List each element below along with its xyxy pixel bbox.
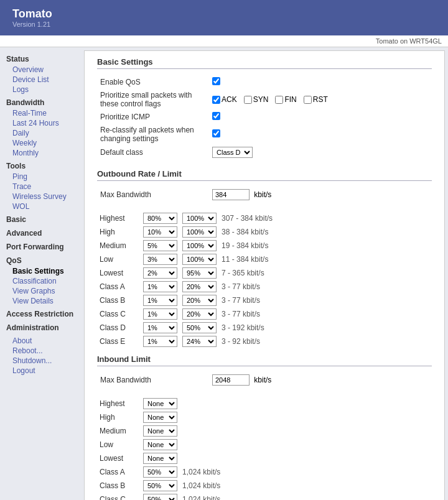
outbound-pct1-select[interactable]: 1%2%3%5%8%10%15%20%25%30%40%50%60%70%80%…	[143, 267, 177, 279]
inbound-bandwidth-unit: kbit/s	[254, 376, 271, 384]
inbound-row: HighestNone1%2%3%5%10%20%25%30%40%50%60%…	[97, 397, 223, 410]
outbound-rate-table: Highest1%2%3%5%8%10%15%20%25%30%40%50%60…	[97, 211, 275, 348]
enable-qos-checkbox[interactable]	[212, 77, 220, 85]
inbound-rate-info	[180, 424, 223, 438]
outbound-pct1-select[interactable]: 1%2%3%5%8%10%15%20%25%30%40%50%60%70%80%…	[143, 240, 177, 251]
sidebar-item-view-details[interactable]: View Details	[0, 296, 81, 306]
outbound-pct1-select[interactable]: 1%2%3%5%8%10%15%20%25%30%40%50%60%70%80%…	[143, 254, 177, 265]
inbound-row: LowNone1%2%3%5%10%20%25%30%40%50%60%70%8…	[97, 438, 223, 451]
inbound-rate-info	[180, 410, 223, 424]
inbound-pct1-select[interactable]: None1%2%3%5%10%20%25%30%40%50%60%70%80%9…	[143, 453, 177, 464]
app-title: Tomato	[12, 7, 436, 21]
outbound-pct2-select[interactable]: 1%2%3%5%8%10%15%20%24%25%30%40%50%60%70%…	[182, 336, 217, 347]
outbound-pct2-select[interactable]: 1%2%3%5%8%10%15%20%24%25%30%40%50%60%70%…	[182, 226, 217, 238]
sidebar-item-view-graphs[interactable]: View Graphs	[0, 286, 81, 296]
flag-rst-label: RST	[313, 95, 328, 104]
inbound-pct1-select[interactable]: None1%2%3%5%10%20%25%30%40%50%60%70%80%9…	[143, 439, 177, 450]
sidebar-item-basic-settings[interactable]: Basic Settings	[0, 266, 81, 276]
outbound-row: Class A1%2%3%5%8%10%15%20%25%30%40%50%60…	[97, 280, 275, 294]
sidebar-item-wireless-survey[interactable]: Wireless Survey	[0, 192, 81, 201]
default-class-label: Default class	[97, 145, 209, 160]
sidebar-item-classification[interactable]: Classification	[0, 276, 81, 286]
sidebar-item-about[interactable]: About	[0, 336, 81, 346]
outbound-row: Low1%2%3%5%8%10%15%20%25%30%40%50%60%70%…	[97, 252, 275, 266]
sidebar-item-wol[interactable]: WOL	[0, 201, 81, 211]
sidebar-item-overview[interactable]: Overview	[0, 65, 81, 75]
inbound-row-label: Class B	[97, 479, 141, 493]
sidebar-item-monthly[interactable]: Monthly	[0, 148, 81, 158]
outbound-row-label: Class A	[97, 280, 141, 294]
inbound-rate-info	[180, 451, 223, 465]
outbound-pct2-select[interactable]: 1%2%3%5%8%10%15%20%24%25%30%40%50%60%70%…	[182, 254, 217, 265]
inbound-rate-info: 1,024 kbit/s	[180, 465, 223, 479]
inbound-rate-table: HighestNone1%2%3%5%10%20%25%30%40%50%60%…	[97, 397, 223, 500]
sidebar-item-shutdown---[interactable]: Shutdown...	[0, 356, 81, 366]
inbound-pct1-select[interactable]: None1%2%3%5%10%20%25%30%40%50%60%70%80%9…	[143, 398, 177, 409]
outbound-pct1-select[interactable]: 1%2%3%5%8%10%15%20%25%30%40%50%60%70%80%…	[143, 213, 177, 224]
inbound-pct1-select[interactable]: None1%2%3%5%10%20%25%30%40%50%60%70%80%9…	[143, 480, 177, 491]
reclassify-checkbox[interactable]	[212, 129, 220, 137]
outbound-pct2-select[interactable]: 1%2%3%5%8%10%15%20%24%25%30%40%50%60%70%…	[182, 213, 217, 224]
outbound-rate-info: 3 - 77 kbit/s	[219, 307, 275, 321]
outbound-row-label: High	[97, 225, 141, 239]
outbound-pct2-select[interactable]: 1%2%3%5%8%10%15%20%24%25%30%40%50%60%70%…	[182, 322, 217, 333]
sidebar-item-weekly[interactable]: Weekly	[0, 138, 81, 148]
inbound-row-label: High	[97, 410, 141, 424]
outbound-pct2-select[interactable]: 1%2%3%5%8%10%15%20%24%25%30%40%50%60%70%…	[182, 308, 217, 320]
outbound-row: Highest1%2%3%5%8%10%15%20%25%30%40%50%60…	[97, 211, 275, 225]
inbound-pct1-select[interactable]: None1%2%3%5%10%20%25%30%40%50%60%70%80%9…	[143, 466, 177, 478]
flag-fin-label: FIN	[284, 95, 296, 104]
inbound-rate-info: 1,024 kbit/s	[180, 479, 223, 493]
outbound-pct1-select[interactable]: 1%2%3%5%8%10%15%20%25%30%40%50%60%70%80%…	[143, 322, 177, 333]
outbound-row-label: Highest	[97, 211, 141, 225]
flag-ack-checkbox[interactable]	[212, 96, 220, 104]
sidebar-item-ping[interactable]: Ping	[0, 172, 81, 182]
outbound-pct2-select[interactable]: 1%2%3%5%8%10%15%20%24%25%30%40%50%60%70%…	[182, 240, 217, 251]
outbound-row-label: Class C	[97, 307, 141, 321]
max-bandwidth-input[interactable]	[212, 189, 250, 200]
sidebar-item-logout[interactable]: Logout	[0, 366, 81, 376]
outbound-title: Outbound Rate / Limit	[97, 169, 432, 181]
outbound-pct1-select[interactable]: 1%2%3%5%8%10%15%20%25%30%40%50%60%70%80%…	[143, 336, 177, 347]
flag-rst-checkbox[interactable]	[304, 96, 312, 104]
max-bandwidth-unit: kbit/s	[254, 190, 271, 199]
outbound-row: Class C1%2%3%5%8%10%15%20%25%30%40%50%60…	[97, 307, 275, 321]
inbound-pct1-select[interactable]: None1%2%3%5%10%20%25%30%40%50%60%70%80%9…	[143, 412, 177, 423]
outbound-pct2-select[interactable]: 1%2%3%5%8%10%15%20%24%25%30%40%50%60%70%…	[182, 281, 217, 292]
prioritize-icmp-checkbox[interactable]	[212, 112, 220, 120]
sidebar-item-trace[interactable]: Trace	[0, 182, 81, 192]
outbound-row-label: Class D	[97, 321, 141, 335]
reclassify-label: Re-classify all packets when changing se…	[97, 124, 209, 145]
sidebar-item-last-24-hours[interactable]: Last 24 Hours	[0, 118, 81, 128]
outbound-rate-info: 11 - 384 kbit/s	[219, 252, 275, 266]
sidebar-item-reboot---[interactable]: Reboot...	[0, 346, 81, 356]
inbound-rate-info	[180, 397, 223, 410]
default-class-select[interactable]: Class A Class B Class C Class D Class E	[212, 147, 253, 158]
flag-syn-label: SYN	[253, 95, 269, 104]
flag-syn-checkbox[interactable]	[244, 96, 252, 104]
inbound-row: Class BNone1%2%3%5%10%20%25%30%40%50%60%…	[97, 479, 223, 493]
max-bandwidth-label: Max Bandwidth	[97, 187, 209, 202]
inbound-pct1-select[interactable]: None1%2%3%5%10%20%25%30%40%50%60%70%80%9…	[143, 425, 177, 437]
inbound-pct1-select[interactable]: None1%2%3%5%10%20%25%30%40%50%60%70%80%9…	[143, 494, 177, 500]
outbound-pct1-select[interactable]: 1%2%3%5%8%10%15%20%25%30%40%50%60%70%80%…	[143, 281, 177, 292]
outbound-pct1-select[interactable]: 1%2%3%5%8%10%15%20%25%30%40%50%60%70%80%…	[143, 295, 177, 306]
sidebar-item-real-time[interactable]: Real-Time	[0, 108, 81, 118]
inbound-bandwidth-input[interactable]	[212, 374, 250, 386]
inbound-row: Class ANone1%2%3%5%10%20%25%30%40%50%60%…	[97, 465, 223, 479]
outbound-row: High1%2%3%5%8%10%15%20%25%30%40%50%60%70…	[97, 225, 275, 239]
outbound-rate-info: 3 - 92 kbit/s	[219, 335, 275, 348]
flag-fin-checkbox[interactable]	[275, 96, 283, 104]
sidebar-item-logs[interactable]: Logs	[0, 85, 81, 95]
outbound-pct2-select[interactable]: 1%2%3%5%8%10%15%20%24%25%30%40%50%60%70%…	[182, 267, 217, 279]
outbound-pct1-select[interactable]: 1%2%3%5%8%10%15%20%25%30%40%50%60%70%80%…	[143, 308, 177, 320]
outbound-pct1-select[interactable]: 1%2%3%5%8%10%15%20%25%30%40%50%60%70%80%…	[143, 226, 177, 238]
page-title: Basic Settings	[97, 57, 432, 69]
sidebar-item-daily[interactable]: Daily	[0, 128, 81, 138]
sidebar-header: Basic	[0, 214, 81, 225]
outbound-row-label: Class B	[97, 294, 141, 307]
outbound-row: Medium1%2%3%5%8%10%15%20%25%30%40%50%60%…	[97, 239, 275, 252]
outbound-pct2-select[interactable]: 1%2%3%5%8%10%15%20%24%25%30%40%50%60%70%…	[182, 295, 217, 306]
flag-ack-label: ACK	[222, 95, 237, 104]
sidebar-item-device-list[interactable]: Device List	[0, 75, 81, 85]
